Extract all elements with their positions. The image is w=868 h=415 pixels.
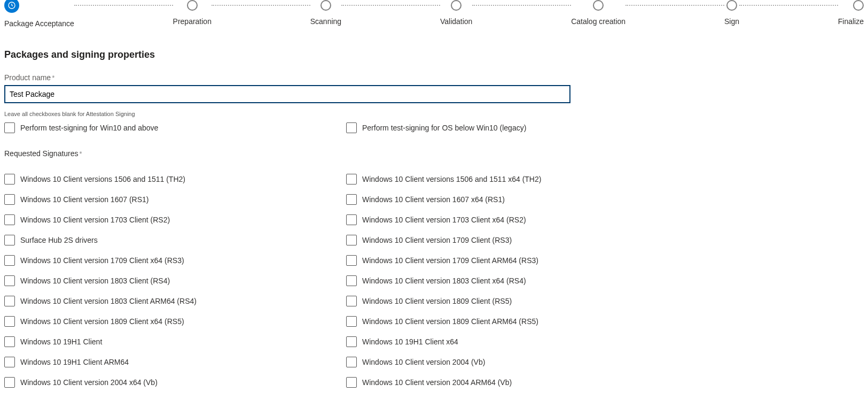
checkbox-label: Perform test-signing for Win10 and above — [20, 124, 158, 132]
checkbox-signature[interactable]: Windows 10 Client version 1703 Client (R… — [4, 214, 346, 225]
checkbox-icon[interactable] — [346, 214, 357, 225]
checkbox-label: Windows 10 Client version 1703 Client x6… — [362, 216, 526, 224]
clock-icon — [4, 0, 19, 13]
checkbox-signature[interactable]: Windows 10 Client version 1709 Client x6… — [4, 255, 346, 266]
checkbox-icon[interactable] — [4, 255, 15, 266]
step-connector — [739, 5, 838, 6]
step-label: Preparation — [173, 17, 212, 26]
step-connector — [341, 5, 440, 6]
checkbox-signature[interactable]: Windows 10 Client versions 1506 and 1511… — [4, 174, 346, 185]
checkbox-signature[interactable]: Windows 10 Client version 2004 ARM64 (Vb… — [346, 377, 688, 388]
step-sign[interactable]: Sign — [724, 0, 739, 26]
checkbox-icon[interactable] — [346, 174, 357, 185]
checkbox-signature[interactable]: Surface Hub 2S drivers — [4, 235, 346, 245]
checkbox-icon[interactable] — [4, 275, 15, 286]
checkbox-test-sign-win10[interactable]: Perform test-signing for Win10 and above — [4, 122, 346, 133]
checkbox-label: Windows 10 Client version 1709 Client (R… — [362, 236, 512, 244]
step-finalize[interactable]: Finalize — [838, 0, 864, 26]
step-label: Finalize — [838, 17, 864, 26]
checkbox-signature[interactable]: Windows 10 Client version 2004 (Vb) — [346, 357, 688, 367]
checkbox-signature[interactable]: Windows 10 Client version 1809 Client x6… — [4, 316, 346, 327]
product-name-label: Product name — [4, 73, 864, 82]
checkbox-icon[interactable] — [4, 336, 15, 347]
checkbox-label: Windows 10 Client version 2004 ARM64 (Vb… — [362, 378, 512, 387]
checkbox-icon[interactable] — [346, 357, 357, 367]
section-title: Packages and signing properties — [4, 49, 864, 60]
checkbox-icon[interactable] — [4, 296, 15, 306]
checkbox-signature[interactable]: Windows 10 Client version 1809 Client (R… — [346, 296, 688, 306]
checkbox-signature[interactable]: Windows 10 Client versions 1506 and 1511… — [346, 174, 688, 185]
step-package-acceptance[interactable]: Package Acceptance — [4, 0, 74, 28]
checkbox-signature[interactable]: Windows 10 Client version 1607 (RS1) — [4, 194, 346, 205]
checkbox-signature[interactable]: Windows 10 Client version 1803 Client (R… — [4, 275, 346, 286]
checkbox-icon[interactable] — [4, 377, 15, 388]
product-name-input[interactable] — [4, 85, 570, 103]
checkbox-test-sign-legacy[interactable]: Perform test-signing for OS below Win10 … — [346, 122, 688, 133]
step-circle-icon — [853, 0, 864, 11]
checkbox-label: Windows 10 Client version 2004 x64 (Vb) — [20, 378, 158, 387]
step-label: Validation — [440, 17, 472, 26]
checkbox-icon[interactable] — [346, 235, 357, 245]
checkbox-label: Windows 10 Client version 1709 Client x6… — [20, 256, 184, 265]
checkbox-label: Windows 10 19H1 Client — [20, 337, 102, 346]
step-catalog-creation[interactable]: Catalog creation — [571, 0, 625, 26]
checkbox-signature[interactable]: Windows 10 Client version 1607 x64 (RS1) — [346, 194, 688, 205]
checkbox-label: Windows 10 Client version 1703 Client (R… — [20, 216, 170, 224]
step-label: Sign — [724, 17, 739, 26]
checkbox-label: Windows 10 Client versions 1506 and 1511… — [362, 175, 541, 183]
checkbox-icon[interactable] — [346, 122, 357, 133]
checkbox-signature[interactable]: Windows 10 19H1 Client x64 — [346, 336, 688, 347]
checkbox-icon[interactable] — [346, 194, 357, 205]
checkbox-label: Windows 10 Client version 1803 Client (R… — [20, 276, 170, 285]
checkbox-icon[interactable] — [346, 275, 357, 286]
step-label: Package Acceptance — [4, 19, 74, 28]
checkbox-icon[interactable] — [346, 377, 357, 388]
checkbox-label: Surface Hub 2S drivers — [20, 236, 98, 244]
checkbox-label: Windows 10 19H1 Client ARM64 — [20, 358, 129, 366]
checkbox-label: Windows 10 Client version 1809 Client AR… — [362, 317, 538, 326]
step-circle-icon — [451, 0, 462, 11]
checkbox-icon[interactable] — [346, 336, 357, 347]
checkbox-label: Windows 10 Client version 1809 Client x6… — [20, 317, 184, 326]
checkbox-signature[interactable]: Windows 10 19H1 Client — [4, 336, 346, 347]
checkbox-icon[interactable] — [4, 122, 15, 133]
step-connector — [212, 5, 310, 6]
step-preparation[interactable]: Preparation — [173, 0, 212, 26]
checkbox-icon[interactable] — [4, 194, 15, 205]
checkbox-icon[interactable] — [346, 255, 357, 266]
checkbox-signature[interactable]: Windows 10 Client version 2004 x64 (Vb) — [4, 377, 346, 388]
step-scanning[interactable]: Scanning — [310, 0, 341, 26]
requested-signatures-label: Requested Signatures — [4, 149, 864, 158]
checkbox-icon[interactable] — [4, 174, 15, 185]
step-validation[interactable]: Validation — [440, 0, 472, 26]
checkbox-signature[interactable]: Windows 10 Client version 1803 Client AR… — [4, 296, 346, 306]
checkbox-label: Windows 10 Client version 1803 Client x6… — [362, 276, 526, 285]
attestation-helper-text: Leave all checkboxes blank for Attestati… — [4, 111, 864, 117]
checkbox-label: Windows 10 Client version 2004 (Vb) — [362, 358, 485, 366]
step-connector — [472, 5, 571, 6]
checkbox-icon[interactable] — [4, 357, 15, 367]
checkbox-signature[interactable]: Windows 10 19H1 Client ARM64 — [4, 357, 346, 367]
checkbox-icon[interactable] — [4, 316, 15, 327]
step-connector — [74, 5, 173, 6]
checkbox-icon[interactable] — [4, 214, 15, 225]
checkbox-signature[interactable]: Windows 10 Client version 1803 Client x6… — [346, 275, 688, 286]
checkbox-signature[interactable]: Windows 10 Client version 1809 Client AR… — [346, 316, 688, 327]
stepper: Package Acceptance Preparation Scanning … — [0, 0, 868, 28]
checkbox-label: Windows 10 Client version 1607 x64 (RS1) — [362, 195, 505, 204]
checkbox-label: Windows 10 Client version 1709 Client AR… — [362, 256, 538, 265]
checkbox-signature[interactable]: Windows 10 Client version 1709 Client AR… — [346, 255, 688, 266]
step-connector — [625, 5, 724, 6]
step-circle-icon — [726, 0, 737, 11]
step-circle-icon — [593, 0, 604, 11]
step-circle-icon — [187, 0, 198, 11]
step-label: Catalog creation — [571, 17, 625, 26]
checkbox-signature[interactable]: Windows 10 Client version 1703 Client x6… — [346, 214, 688, 225]
checkbox-icon[interactable] — [346, 296, 357, 306]
checkbox-signature[interactable]: Windows 10 Client version 1709 Client (R… — [346, 235, 688, 245]
checkbox-icon[interactable] — [4, 235, 15, 245]
step-circle-icon — [320, 0, 331, 11]
checkbox-label: Windows 10 Client version 1607 (RS1) — [20, 195, 148, 204]
step-label: Scanning — [310, 17, 341, 26]
checkbox-icon[interactable] — [346, 316, 357, 327]
